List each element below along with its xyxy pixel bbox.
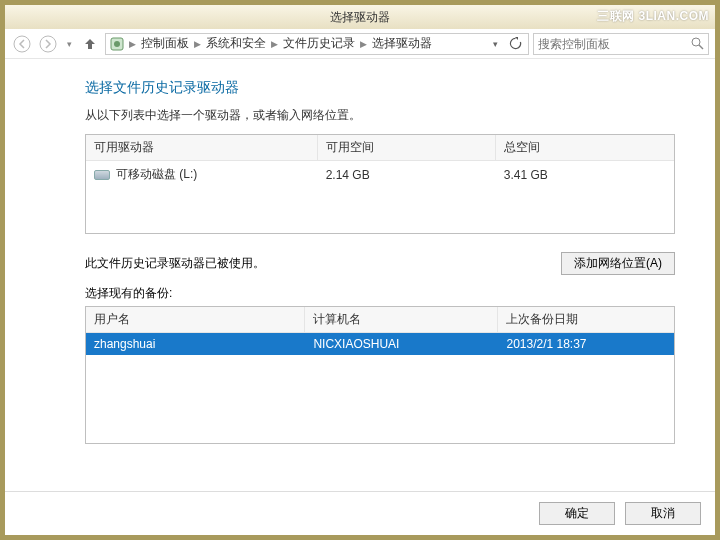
page-instruction: 从以下列表中选择一个驱动器，或者输入网络位置。 <box>85 107 675 124</box>
drives-header-row: 可用驱动器 可用空间 总空间 <box>86 135 674 161</box>
svg-point-4 <box>692 38 700 46</box>
watermark: 三联网 3LIAN.COM <box>597 8 709 25</box>
chevron-right-icon: ▶ <box>359 39 368 49</box>
drives-table: 可用驱动器 可用空间 总空间 可移动磁盘 (L:) 2.14 GB 3.41 G… <box>85 134 675 234</box>
existing-backups-label: 选择现有的备份: <box>85 285 675 302</box>
svg-point-1 <box>40 36 56 52</box>
address-bar[interactable]: ▶ 控制面板 ▶ 系统和安全 ▶ 文件历史记录 ▶ 选择驱动器 ▾ <box>105 33 529 55</box>
drive-used-note: 此文件历史记录驱动器已被使用。 <box>85 255 265 272</box>
backups-table: 用户名 计算机名 上次备份日期 zhangshuai NICXIAOSHUAI … <box>85 306 675 444</box>
dialog-footer: 确定 取消 <box>5 491 715 535</box>
table-row[interactable]: zhangshuai NICXIAOSHUAI 2013/2/1 18:37 <box>86 333 674 355</box>
table-row[interactable]: 可移动磁盘 (L:) 2.14 GB 3.41 GB <box>86 161 674 188</box>
window-title: 选择驱动器 <box>330 9 390 26</box>
navbar: ▾ ▶ 控制面板 ▶ 系统和安全 ▶ 文件历史记录 ▶ 选择驱动器 ▾ <box>5 29 715 59</box>
cancel-button[interactable]: 取消 <box>625 502 701 525</box>
forward-button[interactable] <box>37 33 59 55</box>
backup-user: zhangshuai <box>86 333 305 355</box>
backups-body: zhangshuai NICXIAOSHUAI 2013/2/1 18:37 <box>86 333 674 443</box>
svg-line-5 <box>699 45 703 49</box>
backup-date: 2013/2/1 18:37 <box>498 333 674 355</box>
col-user[interactable]: 用户名 <box>86 307 305 333</box>
col-total-space[interactable]: 总空间 <box>496 135 674 161</box>
drive-icon <box>94 170 110 180</box>
add-network-location-button[interactable]: 添加网络位置(A) <box>561 252 675 275</box>
search-icon[interactable] <box>691 37 704 50</box>
chevron-right-icon: ▶ <box>270 39 279 49</box>
window: 选择驱动器 三联网 3LIAN.COM ▾ ▶ 控制面板 ▶ 系统和安全 ▶ 文… <box>5 5 715 535</box>
col-free-space[interactable]: 可用空间 <box>318 135 496 161</box>
drives-body: 可移动磁盘 (L:) 2.14 GB 3.41 GB <box>86 161 674 233</box>
search-box[interactable] <box>533 33 709 55</box>
breadcrumb-item[interactable]: 控制面板 <box>141 35 189 52</box>
chevron-right-icon: ▶ <box>128 39 137 49</box>
titlebar: 选择驱动器 三联网 3LIAN.COM <box>5 5 715 29</box>
search-input[interactable] <box>538 37 678 51</box>
col-drive-name[interactable]: 可用驱动器 <box>86 135 318 161</box>
address-dropdown[interactable]: ▾ <box>486 35 504 53</box>
svg-point-0 <box>14 36 30 52</box>
drive-name: 可移动磁盘 (L:) <box>116 166 197 183</box>
ok-button[interactable]: 确定 <box>539 502 615 525</box>
svg-point-3 <box>114 41 120 47</box>
col-date[interactable]: 上次备份日期 <box>498 307 674 333</box>
breadcrumb-item[interactable]: 文件历史记录 <box>283 35 355 52</box>
breadcrumb-item[interactable]: 系统和安全 <box>206 35 266 52</box>
backup-computer: NICXIAOSHUAI <box>305 333 498 355</box>
page-heading: 选择文件历史记录驱动器 <box>85 79 675 97</box>
breadcrumb-item[interactable]: 选择驱动器 <box>372 35 432 52</box>
backups-header-row: 用户名 计算机名 上次备份日期 <box>86 307 674 333</box>
drive-free: 2.14 GB <box>318 161 496 188</box>
col-computer[interactable]: 计算机名 <box>305 307 498 333</box>
control-panel-icon <box>110 37 124 51</box>
refresh-button[interactable] <box>506 35 524 53</box>
recent-dropdown[interactable]: ▾ <box>63 33 75 55</box>
content-area: 选择文件历史记录驱动器 从以下列表中选择一个驱动器，或者输入网络位置。 可用驱动… <box>5 59 715 491</box>
up-button[interactable] <box>79 33 101 55</box>
drive-total: 3.41 GB <box>496 161 674 188</box>
back-button[interactable] <box>11 33 33 55</box>
chevron-right-icon: ▶ <box>193 39 202 49</box>
